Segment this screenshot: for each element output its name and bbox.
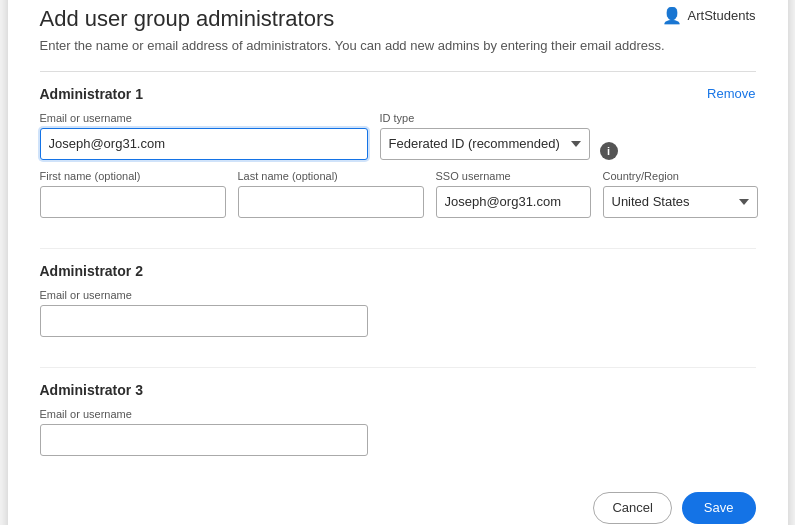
admin-2-email-input[interactable] xyxy=(40,305,368,337)
user-icon: 👤 xyxy=(662,6,682,25)
modal-container: Add user group administrators 👤 ArtStude… xyxy=(8,0,788,525)
admin-1-firstname-input[interactable] xyxy=(40,186,226,218)
user-info: 👤 ArtStudents xyxy=(662,6,756,25)
admin-section-3: Administrator 3 Email or username xyxy=(40,382,756,466)
divider-2 xyxy=(40,367,756,368)
admin-1-email-input[interactable] xyxy=(40,128,368,160)
admin-1-email-group: Email or username xyxy=(40,112,368,160)
admin-1-firstname-label: First name (optional) xyxy=(40,170,226,182)
admin-2-title: Administrator 2 xyxy=(40,263,143,279)
admin-1-country-select[interactable]: United States Canada United Kingdom Aust… xyxy=(603,186,758,218)
admin-1-firstname-group: First name (optional) xyxy=(40,170,226,218)
header-divider xyxy=(40,71,756,72)
remove-admin-1-button[interactable]: Remove xyxy=(707,86,755,101)
page-title: Add user group administrators xyxy=(40,6,335,32)
admin-3-email-label: Email or username xyxy=(40,408,368,420)
admin-3-title: Administrator 3 xyxy=(40,382,143,398)
subtitle: Enter the name or email address of admin… xyxy=(40,38,756,53)
admin-1-lastname-label: Last name (optional) xyxy=(238,170,424,182)
admin-1-idtype-group: ID type Federated ID (recommended) Enter… xyxy=(380,112,618,160)
admin-1-email-label: Email or username xyxy=(40,112,368,124)
admin-1-country-group: Country/Region United States Canada Unit… xyxy=(603,170,758,218)
admin-3-email-group: Email or username xyxy=(40,408,368,456)
admin-1-lastname-group: Last name (optional) xyxy=(238,170,424,218)
admin-2-email-label: Email or username xyxy=(40,289,368,301)
user-label: ArtStudents xyxy=(688,8,756,23)
admin-section-1: Administrator 1 Remove Email or username… xyxy=(40,86,756,228)
admin-3-email-input[interactable] xyxy=(40,424,368,456)
admin-1-country-label: Country/Region xyxy=(603,170,758,182)
admin-2-email-group: Email or username xyxy=(40,289,368,337)
admin-1-title: Administrator 1 xyxy=(40,86,143,102)
admin-1-lastname-input[interactable] xyxy=(238,186,424,218)
save-button[interactable]: Save xyxy=(682,492,756,524)
admin-1-idtype-label: ID type xyxy=(380,112,618,124)
id-type-info-icon[interactable]: i xyxy=(600,142,618,160)
admin-1-sso-group: SSO username xyxy=(436,170,591,218)
admin-1-idtype-select[interactable]: Federated ID (recommended) Enterprise ID… xyxy=(380,128,590,160)
admin-1-sso-input[interactable] xyxy=(436,186,591,218)
cancel-button[interactable]: Cancel xyxy=(593,492,671,524)
admin-section-2: Administrator 2 Email or username xyxy=(40,263,756,347)
footer: Cancel Save xyxy=(40,476,756,524)
admin-1-sso-label: SSO username xyxy=(436,170,591,182)
divider-1 xyxy=(40,248,756,249)
